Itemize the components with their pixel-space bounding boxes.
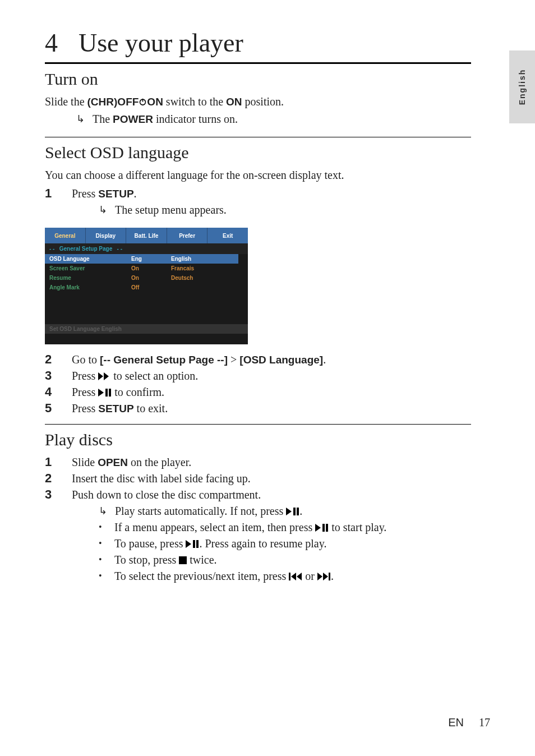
setup-tab: Prefer	[167, 228, 208, 243]
play-pause-icon	[286, 508, 299, 515]
setup-menu-screenshot: GeneralDisplayBatt. LifePreferExit - - G…	[45, 228, 248, 344]
setup-rows: OSD LanguageEngScreen SaverOnResumeOnAng…	[45, 254, 165, 324]
svg-rect-6	[322, 524, 325, 532]
setup-tabs: GeneralDisplayBatt. LifePreferExit	[45, 228, 248, 243]
svg-rect-7	[326, 524, 328, 532]
language-tab: English	[509, 50, 535, 123]
svg-rect-8	[193, 540, 195, 548]
setup-option: Francais	[165, 264, 238, 273]
footer-page-number: 17	[479, 716, 490, 729]
svg-rect-4	[293, 508, 296, 515]
svg-rect-11	[289, 573, 290, 580]
setup-row: OSD LanguageEng	[45, 254, 165, 264]
divider	[45, 137, 471, 137]
setup-subheader: - - General Setup Page - -	[45, 243, 248, 254]
svg-rect-2	[105, 389, 108, 397]
play-pause-icon	[98, 389, 112, 397]
osd-step-1: 1 Press SETUP. ↳The setup menu appears.	[45, 186, 496, 218]
setup-tab: Display	[86, 228, 127, 243]
play-bullet: •To select the previous/next item, press…	[99, 569, 496, 584]
turn-on-result: ↳ The POWER indicator turns on.	[76, 112, 496, 129]
result-arrow-icon: ↳	[99, 202, 107, 217]
setup-tab: General	[45, 228, 86, 243]
play-step-1: 1 Slide OPEN on the player.	[45, 455, 496, 470]
osd-step-2: 2 Go to [-- General Setup Page --] > [OS…	[45, 352, 496, 367]
setup-tab: Batt. Life	[126, 228, 167, 243]
play-pause-icon	[186, 540, 199, 548]
svg-rect-9	[196, 540, 199, 548]
svg-rect-3	[109, 389, 111, 397]
play-bullet: •To stop, press twice.	[99, 552, 496, 568]
language-tab-label: English	[518, 69, 527, 105]
footer-lang: EN	[448, 716, 464, 729]
section-turn-on: Turn on	[45, 70, 496, 89]
chapter-title: 4Use your player	[45, 28, 496, 58]
setup-status: Set OSD Language English	[45, 324, 248, 334]
result-arrow-icon: ↳	[99, 504, 107, 518]
setup-option: Deutsch	[165, 273, 238, 283]
svg-rect-5	[297, 508, 299, 515]
power-icon	[139, 98, 147, 106]
osd-step-3: 3 Press to select an option.	[45, 368, 496, 384]
setup-option: English	[165, 254, 238, 264]
svg-rect-10	[179, 556, 187, 564]
play-bullet: •To pause, press . Press again to resume…	[99, 536, 496, 551]
play-bullet: •If a menu appears, select an item, then…	[99, 520, 496, 535]
osd-step-4: 4 Press to confirm.	[45, 385, 496, 400]
next-track-icon	[317, 573, 331, 580]
fast-forward-icon	[98, 372, 110, 380]
setup-options: EnglishFrancaisDeutsch	[165, 254, 238, 324]
play-step-2: 2 Insert the disc with label side facing…	[45, 471, 496, 486]
svg-rect-12	[329, 573, 330, 580]
section-play: Play discs	[45, 430, 496, 449]
turn-on-text: Slide the (CHR)OFFON switch to the ON po…	[45, 94, 496, 109]
play-step-3: 3 Push down to close the disc compartmen…	[45, 487, 496, 584]
divider	[45, 424, 471, 425]
play-pause-icon	[315, 524, 329, 532]
setup-row: Screen SaverOn	[45, 264, 165, 273]
prev-track-icon	[289, 573, 302, 580]
osd-intro: You can choose a different language for …	[45, 168, 496, 183]
page-footer: EN 17	[448, 716, 490, 729]
setup-row: Angle MarkOff	[45, 283, 165, 292]
divider	[45, 62, 471, 64]
result-arrow-icon: ↳	[76, 112, 85, 126]
setup-row: ResumeOn	[45, 273, 165, 283]
osd-step-5: 5 Press SETUP to exit.	[45, 401, 496, 416]
section-osd: Select OSD language	[45, 143, 496, 162]
setup-tab: Exit	[207, 228, 248, 243]
stop-icon	[179, 556, 187, 564]
